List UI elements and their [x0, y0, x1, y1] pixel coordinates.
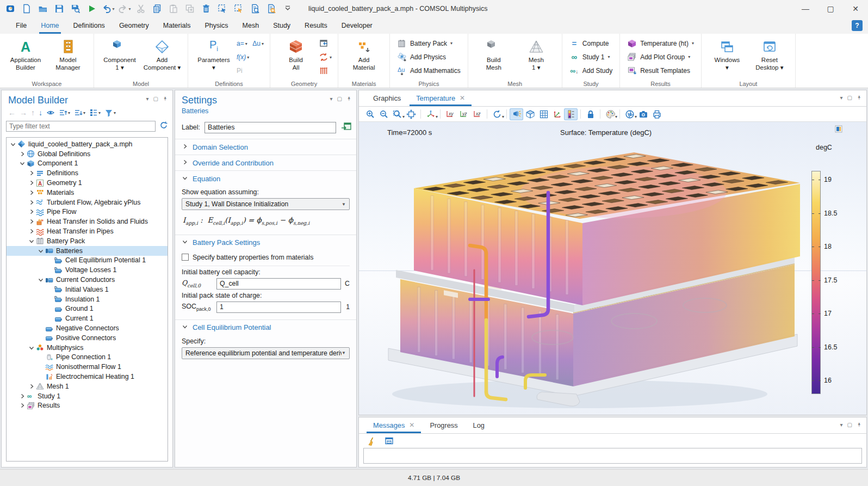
sync-button[interactable]: ▾: [317, 51, 333, 63]
qat-run-icon[interactable]: [85, 2, 99, 16]
tree-chevron-icon[interactable]: [27, 180, 35, 186]
equation-section-header[interactable]: Equation: [175, 171, 356, 186]
zoom-box-button[interactable]: ▾: [390, 108, 404, 120]
tree-node-insulation-1[interactable]: DInsulation 1: [7, 294, 168, 304]
print-button[interactable]: [650, 108, 664, 120]
qat-delete-icon[interactable]: [199, 2, 213, 16]
qat-save-find-icon[interactable]: [69, 2, 83, 16]
tree-node-batteries[interactable]: Batteries: [7, 246, 168, 256]
show-eye-button[interactable]: [46, 108, 55, 117]
zoom-in-button[interactable]: [363, 108, 377, 120]
tree-node-component-1[interactable]: Component 1: [7, 159, 168, 169]
expand-all-button[interactable]: ▾: [74, 109, 85, 116]
qat-copy-icon[interactable]: [150, 2, 164, 16]
tree-node-negative-connectors[interactable]: Negative Connectors: [7, 323, 168, 333]
qat-new-file-icon[interactable]: [20, 2, 34, 16]
messages-tab-progress[interactable]: Progress: [422, 417, 465, 433]
filter-button[interactable]: ▾: [104, 108, 116, 117]
tree-node-definitions[interactable]: Definitions: [7, 168, 168, 178]
tree-chevron-icon[interactable]: [27, 383, 35, 390]
Δu-button[interactable]: Δu▾: [251, 38, 265, 50]
ribbon-study-1-button[interactable]: ∞Study 1▾: [567, 50, 615, 64]
ribbon-reset-desktop-button[interactable]: ResetDesktop ▾: [748, 36, 791, 72]
qat-redo-icon[interactable]: ▾: [117, 2, 132, 16]
qat-duplicate-icon[interactable]: [183, 2, 197, 16]
view-xy-button[interactable]: xy: [443, 108, 457, 120]
tree-chevron-icon[interactable]: [27, 208, 35, 215]
snapshot-button[interactable]: [636, 108, 650, 120]
color-legend-button[interactable]: [564, 108, 578, 120]
import-button[interactable]: [317, 38, 333, 50]
tree-node-multiphysics[interactable]: Multiphysics: [7, 343, 168, 353]
menu-tab-geometry[interactable]: Geometry: [112, 17, 156, 34]
tree-node-current-1[interactable]: Current 1: [7, 313, 168, 323]
tree-node-cell-equilibrium-potential-1[interactable]: DCell Equilibrium Potential 1: [7, 256, 168, 266]
ribbon-windows-button[interactable]: Windows ▾: [706, 36, 748, 72]
tree-node-nonisothermal-flow-1[interactable]: Nonisothermal Flow 1: [7, 362, 168, 372]
panel-float-icon[interactable]: ▢: [847, 95, 852, 101]
tree-node-heat-transfer-in-solids-and-fluids[interactable]: Heat Transfer in Solids and Fluids: [7, 217, 168, 226]
ribbon-model-manager-button[interactable]: ModelManager: [47, 36, 89, 72]
broom-button[interactable]: [364, 435, 378, 447]
ribbon-build-mesh-button[interactable]: BuildMesh: [473, 36, 515, 72]
tree-node-liquid-cooled-battery-pack-a-mph[interactable]: liquid_cooled_battery_pack_a.mph: [7, 139, 168, 149]
tree-node-current-conductors[interactable]: Current Conductors: [7, 275, 168, 285]
ribbon-application-builder-button[interactable]: AApplicationBuilder: [4, 36, 47, 72]
close-button[interactable]: ✕: [843, 0, 868, 17]
panel-pin-icon[interactable]: 🖈: [857, 95, 862, 101]
tree-node-study-1[interactable]: ∞Study 1: [7, 391, 168, 401]
tree-chevron-icon[interactable]: [27, 189, 35, 196]
label-input[interactable]: [204, 122, 336, 133]
menu-tab-results[interactable]: Results: [297, 17, 334, 34]
tree-node-ground-1[interactable]: Ground 1: [7, 304, 168, 314]
ribbon-add-physics-button[interactable]: Add Physics: [394, 50, 463, 64]
tree-node-initial-values-1[interactable]: DInitial Values 1: [7, 285, 168, 294]
panel-pin-icon[interactable]: 🖈: [163, 96, 168, 102]
tree-node-voltage-losses-1[interactable]: DVoltage Losses 1: [7, 265, 168, 275]
graphics-tab-graphics[interactable]: Graphics: [365, 90, 408, 106]
ribbon-compute-button[interactable]: =Compute: [567, 36, 615, 50]
a=-button[interactable]: a=▾: [235, 38, 251, 50]
section-header[interactable]: Domain Selection: [175, 139, 356, 155]
specify-select[interactable]: Reference equilibrium potential and temp…: [182, 347, 350, 359]
panel-pin-icon[interactable]: 🖈: [346, 96, 352, 102]
qat-undo-icon[interactable]: ▾: [101, 2, 115, 16]
ribbon-add-plot-group-button[interactable]: Add Plot Group▾: [624, 50, 697, 64]
menu-tab-home[interactable]: Home: [34, 17, 66, 34]
model-nodes-button[interactable]: ▾: [89, 108, 101, 117]
menu-tab-physics[interactable]: Physics: [197, 17, 235, 34]
close-tab-icon[interactable]: ✕: [409, 421, 414, 429]
qat-toolbar-overflow-icon[interactable]: [281, 2, 295, 16]
fence-button[interactable]: [317, 65, 333, 77]
tree-chevron-icon[interactable]: [27, 218, 35, 225]
transparency-button[interactable]: [523, 108, 537, 120]
ribbon-add-study-button[interactable]: ∞↓Add Study: [567, 64, 615, 77]
menu-tab-developer[interactable]: Developer: [334, 17, 380, 34]
palette-button[interactable]: ▾: [603, 108, 617, 120]
panel-float-icon[interactable]: ▢: [153, 96, 158, 102]
collapse-all-button[interactable]: ▾: [59, 109, 70, 116]
tree-node-electrochemical-heating-1[interactable]: Electrochemical Heating 1: [7, 372, 168, 382]
battery-pack-settings-header[interactable]: Battery Pack Settings: [175, 235, 356, 250]
tree-node-geometry-1[interactable]: AGeometry 1: [7, 178, 168, 188]
ribbon-battery-pack-button[interactable]: Battery Pack▾: [394, 36, 463, 50]
tree-chevron-icon[interactable]: [36, 248, 45, 254]
ribbon-parameters-button[interactable]: PiParameters ▾: [193, 36, 235, 72]
ribbon-add-material-button[interactable]: AddMaterial: [343, 36, 385, 72]
ribbon-add-mathematics-button[interactable]: ΔuAdd Mathematics: [394, 64, 463, 77]
tree-node-pipe-connection-1[interactable]: Pipe Connection 1: [7, 353, 168, 362]
qat-save-icon[interactable]: [52, 2, 66, 16]
lock-button[interactable]: [584, 108, 597, 120]
tree-node-materials[interactable]: Materials: [7, 188, 168, 198]
minimize-button[interactable]: —: [793, 0, 818, 17]
msg-window-button[interactable]: [382, 435, 396, 447]
tree-chevron-icon[interactable]: [27, 199, 35, 206]
menu-tab-definitions[interactable]: Definitions: [66, 17, 112, 34]
qat-find-settings-icon[interactable]: [264, 2, 278, 16]
qat-deselect-frame-icon[interactable]: [232, 2, 246, 16]
tree-chevron-icon[interactable]: [18, 393, 26, 399]
axis-orientation-button[interactable]: [550, 108, 564, 120]
panel-menu-icon[interactable]: ▾: [840, 422, 843, 428]
capacity-input[interactable]: [216, 278, 341, 290]
plot-corner-icon[interactable]: [835, 125, 842, 135]
